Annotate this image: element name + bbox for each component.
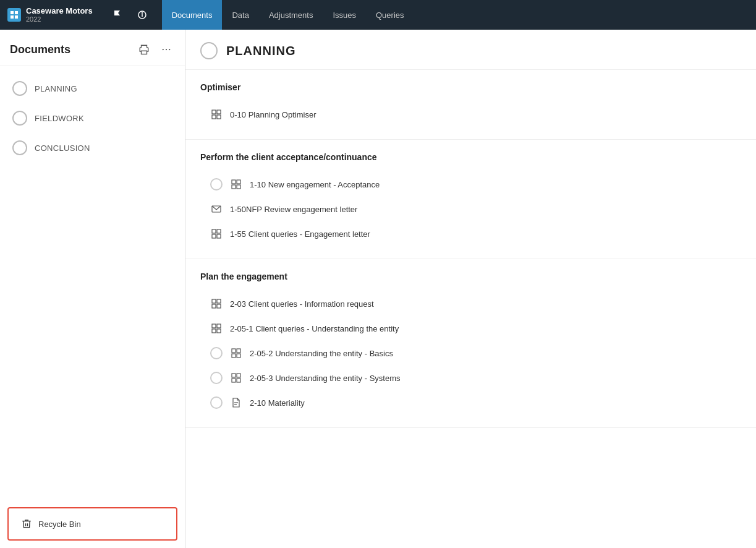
svg-rect-23: [217, 234, 221, 238]
section-plan-engagement: Plan the engagement 2-03 Client queries …: [185, 259, 756, 428]
svg-rect-7: [142, 51, 147, 54]
brand: Caseware Motors 2022: [7, 6, 93, 24]
svg-rect-3: [15, 15, 18, 19]
svg-rect-33: [237, 349, 240, 353]
sidebar-item-conclusion-label: CONCLUSION: [35, 143, 90, 153]
grid-icon: [230, 178, 242, 191]
tab-adjustments[interactable]: Adjustments: [259, 0, 323, 30]
recycle-bin-label: Recycle Bin: [38, 520, 81, 529]
recycle-bin-button[interactable]: Recycle Bin: [7, 507, 177, 541]
svg-rect-1: [15, 11, 18, 14]
tab-queries[interactable]: Queries: [366, 0, 414, 30]
svg-rect-14: [217, 115, 221, 119]
page-status-circle: [200, 42, 218, 59]
info-button[interactable]: [132, 5, 152, 25]
doc-label: 1-50NFP Review engagement letter: [230, 205, 357, 214]
doc-item-2-05-1[interactable]: 2-05-1 Client queries - Understanding th…: [200, 316, 741, 341]
section-acceptance-title: Perform the client acceptance/continuanc…: [200, 152, 741, 162]
svg-point-10: [169, 49, 170, 50]
sidebar: Documents PLANNING FIELDWORK CO: [0, 30, 185, 548]
doc-item-2-10[interactable]: 2-10 Materiality: [200, 390, 741, 415]
sidebar-title: Documents: [10, 43, 70, 56]
svg-rect-21: [217, 229, 221, 233]
svg-rect-32: [232, 349, 236, 353]
svg-rect-15: [232, 180, 236, 184]
tab-data[interactable]: Data: [222, 0, 258, 30]
svg-rect-13: [212, 115, 216, 119]
svg-rect-36: [232, 374, 236, 377]
sidebar-item-planning-label: PLANNING: [35, 84, 77, 93]
more-button[interactable]: [158, 41, 175, 58]
sidebar-item-conclusion[interactable]: CONCLUSION: [0, 133, 185, 163]
sidebar-item-fieldwork-label: FIELDWORK: [35, 114, 84, 123]
doc-item-2-03[interactable]: 2-03 Client queries - Information reques…: [200, 291, 741, 316]
section-plan-title: Plan the engagement: [200, 272, 741, 281]
planning-status-circle: [12, 81, 27, 96]
svg-point-9: [166, 49, 167, 50]
grid-icon: [230, 347, 242, 359]
sidebar-items: PLANNING FIELDWORK CONCLUSION: [0, 66, 185, 500]
page-title: PLANNING: [226, 44, 295, 58]
brand-year: 2022: [26, 15, 93, 24]
svg-rect-26: [212, 304, 216, 308]
fieldwork-status-circle: [12, 111, 27, 126]
nav-tabs: Documents Data Adjustments Issues Querie…: [162, 0, 414, 30]
grid-icon: [210, 228, 223, 240]
svg-rect-39: [237, 379, 240, 382]
svg-rect-17: [232, 185, 236, 189]
doc-item-1-10[interactable]: 1-10 New engagement - Acceptance: [200, 172, 741, 197]
svg-rect-27: [217, 304, 221, 308]
doc-item-2-05-3[interactable]: 2-05-3 Understanding the entity - System…: [200, 366, 741, 390]
trash-icon: [21, 518, 32, 529]
svg-rect-35: [237, 354, 240, 357]
doc-label: 2-03 Client queries - Information reques…: [230, 299, 374, 309]
grid-icon: [210, 322, 223, 335]
sidebar-actions: [135, 41, 175, 58]
svg-point-6: [142, 13, 142, 14]
brand-text: Caseware Motors 2022: [26, 6, 93, 24]
doc-item-0-10[interactable]: 0-10 Planning Optimiser: [200, 102, 741, 127]
svg-rect-37: [237, 374, 240, 377]
mail-icon: [210, 203, 223, 215]
doc-status-circle: [210, 178, 223, 191]
doc-item-1-50nfp[interactable]: 1-50NFP Review engagement letter: [200, 197, 741, 221]
section-optimiser: Optimiser 0-10 Planning Optimiser: [185, 70, 756, 140]
tab-issues[interactable]: Issues: [323, 0, 366, 30]
svg-rect-12: [217, 110, 221, 114]
doc-item-2-05-2[interactable]: 2-05-2 Understanding the entity - Basics: [200, 341, 741, 366]
sidebar-item-planning[interactable]: PLANNING: [0, 74, 185, 103]
doc-label: 0-10 Planning Optimiser: [230, 110, 316, 119]
brand-logo-icon: [7, 8, 21, 22]
doc-status-circle: [210, 396, 223, 409]
svg-rect-34: [232, 354, 236, 357]
grid-icon: [230, 372, 242, 384]
tab-documents[interactable]: Documents: [162, 0, 223, 30]
section-acceptance: Perform the client acceptance/continuanc…: [185, 140, 756, 259]
sidebar-header: Documents: [0, 30, 185, 66]
svg-rect-16: [237, 180, 240, 184]
doc-label: 2-05-3 Understanding the entity - System…: [250, 374, 401, 383]
doc-label: 2-05-1 Client queries - Understanding th…: [230, 324, 399, 333]
section-optimiser-title: Optimiser: [200, 82, 741, 92]
conclusion-status-circle: [12, 140, 27, 155]
doc-label: 1-10 New engagement - Acceptance: [250, 180, 380, 189]
sidebar-item-fieldwork[interactable]: FIELDWORK: [0, 103, 185, 133]
main-layout: Documents PLANNING FIELDWORK CO: [0, 30, 756, 548]
page-header: PLANNING: [185, 30, 756, 70]
brand-name: Caseware Motors: [26, 6, 93, 16]
main-content: PLANNING Optimiser 0-10 Planning Optimis…: [185, 30, 756, 548]
doc-label: 2-05-2 Understanding the entity - Basics: [250, 349, 393, 358]
svg-rect-11: [212, 110, 216, 114]
svg-rect-20: [212, 229, 216, 233]
svg-rect-22: [212, 234, 216, 238]
doc-item-1-55[interactable]: 1-55 Client queries - Engagement letter: [200, 221, 741, 246]
svg-rect-38: [232, 379, 236, 382]
svg-rect-31: [217, 329, 221, 333]
svg-rect-24: [212, 299, 216, 303]
svg-rect-18: [237, 185, 240, 189]
grid-icon: [210, 298, 223, 310]
print-button[interactable]: [135, 41, 153, 58]
svg-rect-29: [217, 324, 221, 328]
doc-label: 2-10 Materiality: [250, 398, 305, 408]
flag-button[interactable]: [108, 5, 127, 25]
